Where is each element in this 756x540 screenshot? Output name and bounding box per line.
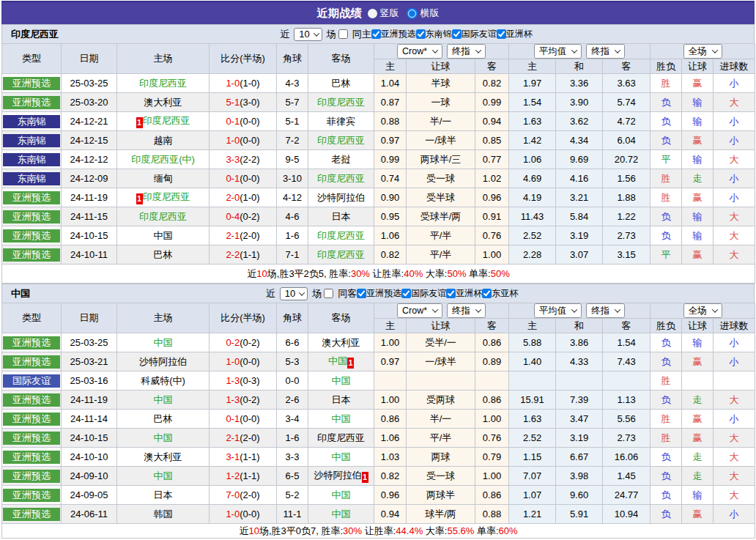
league-checkbox-item[interactable]: 亚洲杯 <box>497 28 533 40</box>
competition-badge: 亚洲预选 <box>3 470 60 483</box>
summary-stat-label: 场,胜3平0负7, 胜率: <box>259 525 343 536</box>
competition-cell: 亚洲预选 <box>2 429 62 448</box>
league-checkbox-item[interactable]: 国际友谊 <box>452 28 497 40</box>
goals-result-cell: 小 <box>714 505 755 524</box>
section: 中国 近10场同客亚洲预选国际友谊亚洲杯东亚杯 类型日期主场比分(半场)角球客场… <box>1 284 755 539</box>
same-venue-checkbox-item[interactable]: 同主 <box>338 28 371 41</box>
match-count-select[interactable]: 10 <box>294 28 322 41</box>
handicap-line-cell: 受球半/两 <box>407 207 475 226</box>
sub-column-header: 主 <box>374 59 407 74</box>
result-cell: 胜 <box>651 371 682 391</box>
handicap-result-cell: 输 <box>682 112 714 131</box>
result-cell: 胜 <box>651 74 682 93</box>
away-team-cell: 沙特阿拉伯 <box>308 188 374 207</box>
column-header: 日期 <box>62 44 117 74</box>
avg-home-odds-cell: 1.07 <box>509 486 556 505</box>
layout-radio-option[interactable]: 横版 <box>407 7 440 20</box>
result-cell: 负 <box>651 448 682 467</box>
league-checkbox-item[interactable]: 东亚杯 <box>482 287 518 300</box>
league-checkbox[interactable] <box>357 289 366 298</box>
avg-draw-odds-cell: 9.69 <box>556 150 603 169</box>
corners-cell: 4-3 <box>277 74 308 93</box>
fulltime-score: 1-0 <box>226 135 240 146</box>
fulltime-score: 1-2 <box>226 470 240 481</box>
odds-source-select[interactable]: 平均值 <box>534 44 582 59</box>
avg-draw-odds-cell: 5.91 <box>556 505 603 524</box>
section-header-row: 中国 近10场同客亚洲预选国际友谊亚洲杯东亚杯 <box>1 284 755 303</box>
league-checkbox-label: 东南锦 <box>426 28 452 40</box>
home-team-name: 印度尼西亚(中) <box>131 154 195 165</box>
filter-recent-label: 近 <box>280 28 289 41</box>
handicap-home-odds-cell: 0.96 <box>374 486 407 505</box>
handicap-away-odds-cell: 0.79 <box>475 448 509 467</box>
fulltime-score: 1-0 <box>226 356 240 367</box>
avg-draw-odds-cell: 9.60 <box>556 486 603 505</box>
odds-source-select[interactable]: 平均值 <box>534 303 582 318</box>
handicap-result-cell <box>682 371 714 391</box>
competition-cell: 亚洲预选 <box>2 207 62 226</box>
avg-home-odds-cell <box>509 371 556 391</box>
section-header-row: 印度尼西亚 近10场同主亚洲预选东南锦国际友谊亚洲杯 <box>1 24 755 43</box>
sub-column-header: 胜负 <box>651 59 682 74</box>
league-checkbox[interactable] <box>371 29 381 39</box>
league-checkbox-item[interactable]: 亚洲杯 <box>446 287 482 300</box>
away-team-cell: 印度尼西亚 <box>308 169 374 188</box>
league-checkbox[interactable] <box>452 29 462 39</box>
radio-unchecked-icon[interactable] <box>368 9 377 18</box>
odds-group-selects: 全场 <box>651 44 755 59</box>
same-venue-checkbox[interactable] <box>338 29 348 39</box>
home-team-name: 沙特阿拉伯 <box>139 356 187 367</box>
away-team-name: 中国 <box>332 413 351 424</box>
odds-source-select[interactable]: 终指 <box>447 44 486 59</box>
same-venue-checkbox[interactable] <box>324 289 333 298</box>
away-team-name: 中国 <box>332 451 351 462</box>
competition-cell: 亚洲预选 <box>2 410 62 429</box>
league-checkbox-item[interactable]: 亚洲预选 <box>357 287 401 300</box>
goals-result-cell: 大 <box>714 245 755 265</box>
league-checkbox[interactable] <box>446 289 456 298</box>
matches-table-head: 类型日期主场比分(半场)角球客场Crow*终指平均值终指全场 主让球客主和客胜负… <box>2 303 755 333</box>
handicap-away-odds-cell: 0.85 <box>475 131 509 150</box>
halftime-score: (2-2) <box>240 154 259 165</box>
competition-cell: 亚洲预选 <box>2 448 62 467</box>
odds-source-select[interactable]: 终指 <box>447 303 486 318</box>
league-checkbox[interactable] <box>401 289 411 298</box>
radio-checked-icon[interactable] <box>408 10 416 18</box>
avg-away-odds-cell: 16.06 <box>603 448 651 467</box>
avg-draw-odds-cell: 3.19 <box>556 429 603 448</box>
corners-cell: 5-3 <box>277 352 308 371</box>
odds-source-select[interactable]: Crow* <box>397 303 442 318</box>
sub-column-header: 和 <box>556 59 603 74</box>
league-checkbox-item[interactable]: 亚洲预选 <box>371 28 416 40</box>
chevron-down-icon <box>432 306 438 312</box>
handicap-line-cell: 两球半/三 <box>407 150 475 169</box>
score-cell: 2-2(1-1) <box>210 245 277 265</box>
column-header: 主场 <box>117 303 210 333</box>
result-cell: 负 <box>651 391 682 410</box>
home-team-name: 印度尼西亚 <box>143 115 190 126</box>
odds-source-select[interactable]: Crow* <box>397 44 442 59</box>
league-checkbox[interactable] <box>497 29 506 39</box>
league-checkbox[interactable] <box>416 29 426 39</box>
league-checkbox-item[interactable]: 东南锦 <box>416 28 452 40</box>
odds-source-select[interactable]: 全场 <box>683 44 722 59</box>
chevron-down-icon <box>711 47 717 53</box>
same-venue-checkbox-item[interactable]: 同客 <box>324 287 357 300</box>
league-checkbox-item[interactable]: 国际友谊 <box>401 287 446 300</box>
league-checkbox[interactable] <box>482 289 492 298</box>
handicap-line-cell: 平/半 <box>407 226 475 245</box>
layout-radio-option[interactable]: 竖版 <box>368 7 399 20</box>
red-card-badge: 1 <box>136 193 143 204</box>
odds-source-select[interactable]: 全场 <box>683 303 722 318</box>
match-count-select[interactable]: 10 <box>280 287 308 300</box>
competition-cell: 亚洲预选 <box>2 188 62 207</box>
league-checkbox-label: 亚洲预选 <box>366 287 401 300</box>
halftime-score: (0-0) <box>240 135 259 146</box>
odds-source-select[interactable]: 终指 <box>586 303 625 318</box>
odds-source-select[interactable]: 终指 <box>586 44 625 59</box>
sub-column-header: 客 <box>475 59 509 74</box>
goals-result-cell: 小 <box>714 410 755 429</box>
sub-column-header: 和 <box>556 319 603 333</box>
fulltime-score: 2-1 <box>226 230 240 241</box>
handicap-away-odds-cell: 0.86 <box>475 486 509 505</box>
